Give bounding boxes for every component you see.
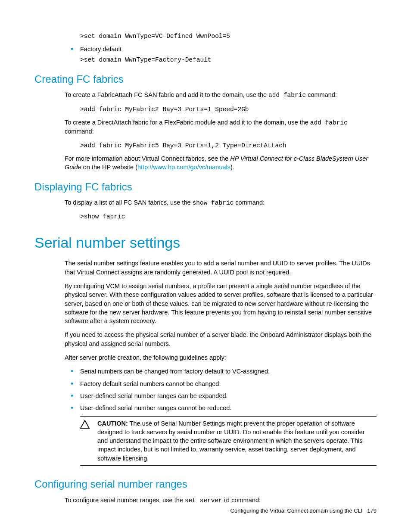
code-inline: add fabric [268,92,306,99]
heading-displaying-fc-fabrics: Displaying FC fabrics [34,180,377,194]
caution-text: CAUTION: The use of Serial Number Settin… [97,419,377,463]
bullet-text: User-defined serial number ranges can be… [80,392,228,399]
paragraph: To display a list of all FC SAN fabrics,… [65,198,377,207]
text: ). [230,164,234,171]
configuring-content: To configure serial number ranges, use t… [65,496,377,505]
list-item: User-defined serial number ranges cannot… [65,404,377,412]
text: To configure serial number ranges, use t… [65,497,185,504]
creating-content: To create a FabricAttach FC SAN fabric a… [65,90,377,171]
paragraph: If you need to access the physical seria… [65,330,377,348]
bullet-text: Factory default [80,46,121,53]
list-item: Factory default serial numbers cannot be… [65,380,377,388]
caution-icon [80,419,97,463]
paragraph: To create a FabricAttach FC SAN fabric a… [65,90,377,100]
list-item: Factory default >set domain WwnType=Fact… [65,45,377,64]
page-number: 179 [367,507,377,514]
code-line: >set domain WwnType=Factory-Default [80,56,377,64]
text: command: [306,91,337,98]
paragraph: By configuring VCM to assign serial numb… [65,282,377,325]
guidelines-list: Serial numbers can be changed from facto… [65,367,377,412]
paragraph: To create a DirectAttach fabric for a Fl… [65,118,377,136]
text: To display a list of all FC SAN fabrics,… [65,199,193,206]
text: command: [65,128,94,135]
serial-content: The serial number settings feature enabl… [65,259,377,466]
caution-block: CAUTION: The use of Serial Number Settin… [80,416,377,466]
page-footer: Configuring the Virtual Connect domain u… [230,507,377,515]
paragraph: For more information about Virtual Conne… [65,154,377,172]
bullet-text: Factory default serial numbers cannot be… [80,380,221,387]
code-line: >add fabric MyFabric2 Bay=3 Ports=1 Spee… [80,105,377,114]
paragraph: After server profile creation, the follo… [65,353,377,362]
heading-serial-number-settings: Serial number settings [34,233,377,253]
code-line: >add fabric MyFabric5 Bay=3 Ports=1,2 Ty… [80,141,377,150]
caution-label: CAUTION: [97,420,128,427]
heading-configuring-serial-ranges: Configuring serial number ranges [34,477,377,492]
code-inline: set serverid [185,497,230,504]
displaying-content: To display a list of all FC SAN fabrics,… [65,198,377,221]
caution-body: The use of Serial Number Settings might … [97,420,365,462]
text: To create a FabricAttach FC SAN fabric a… [65,91,268,98]
paragraph: The serial number settings feature enabl… [65,259,377,277]
list-item: User-defined serial number ranges can be… [65,392,377,400]
heading-creating-fc-fabrics: Creating FC fabrics [34,72,377,87]
bullet-text: Serial numbers can be changed from facto… [80,368,270,375]
text: on the HP website ( [81,164,137,171]
text: command: [230,497,261,504]
code-inline: add fabric [310,119,348,126]
svg-marker-0 [81,420,89,428]
text: For more information about Virtual Conne… [65,155,230,162]
text: command: [234,199,265,206]
code-line: >set domain WwnType=VC-Defined WwnPool=5 [80,32,377,40]
intro-block: >set domain WwnType=VC-Defined WwnPool=5… [65,32,377,64]
code-inline: show fabric [193,199,234,206]
bullet-text: User-defined serial number ranges cannot… [80,404,231,411]
paragraph: To configure serial number ranges, use t… [65,496,377,505]
code-line: >show fabric [80,212,377,221]
manuals-link[interactable]: http://www.hp.com/go/vc/manuals [137,164,230,171]
list-item: Serial numbers can be changed from facto… [65,367,377,376]
footer-text: Configuring the Virtual Connect domain u… [230,507,363,514]
text: To create a DirectAttach fabric for a Fl… [65,119,310,126]
